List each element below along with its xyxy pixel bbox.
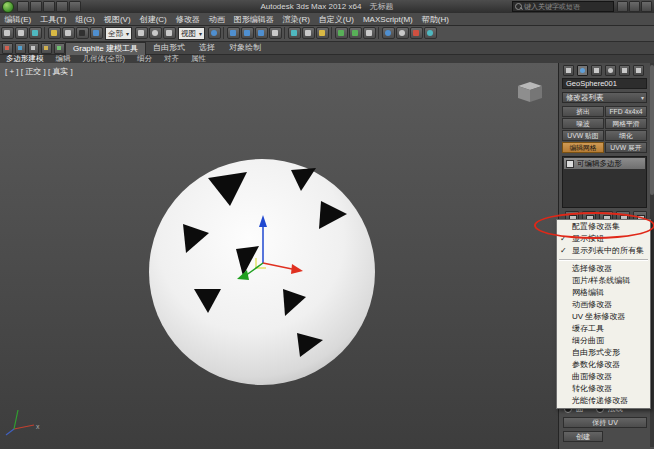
modbtn-edit-mesh[interactable]: 编辑网格 xyxy=(562,142,604,153)
reference-coordinate-dropdown[interactable]: 视图 ▾ xyxy=(178,27,205,40)
rectangular-selection-region-icon[interactable] xyxy=(76,27,89,39)
search-icon xyxy=(515,3,522,10)
modifier-list-dropdown[interactable]: 修改器列表 ▾ xyxy=(562,92,647,103)
menu-modifiers[interactable]: 修改器 xyxy=(171,14,204,25)
stack-item-editable-poly[interactable]: 可编辑多边形 xyxy=(564,158,645,169)
selection-filter-dropdown[interactable]: 全部 ▾ xyxy=(105,27,132,40)
percent-snap-icon[interactable] xyxy=(255,27,268,39)
select-and-rotate-icon[interactable] xyxy=(149,27,162,39)
save-file-icon[interactable] xyxy=(43,1,55,12)
menu-item-subdivision-surfaces[interactable]: 细分曲面 xyxy=(557,335,650,347)
render-production-icon[interactable] xyxy=(424,27,437,39)
tab-hierarchy-icon[interactable] xyxy=(591,65,602,76)
menu-create[interactable]: 创建(C) xyxy=(135,14,171,25)
tab-display-icon[interactable] xyxy=(619,65,630,76)
undo-icon[interactable] xyxy=(56,1,68,12)
edge-mode-icon[interactable] xyxy=(15,43,26,54)
menu-item-surface-modifiers[interactable]: 曲面修改器 xyxy=(557,371,650,383)
align-icon[interactable] xyxy=(302,27,315,39)
menu-item-uv-coordinate-modifiers[interactable]: UV 坐标修改器 xyxy=(557,311,650,323)
vertex-mode-icon[interactable] xyxy=(2,43,13,54)
panel-scrollbar-thumb[interactable] xyxy=(650,65,654,195)
curve-editor-icon[interactable] xyxy=(349,27,362,39)
unlink-selection-icon[interactable] xyxy=(15,27,28,39)
app-logo-icon[interactable] xyxy=(2,1,14,13)
modbtn-noise[interactable]: 噪波 xyxy=(562,118,604,129)
modbtn-meshsmooth[interactable]: 网格平滑 xyxy=(605,118,647,129)
tab-selection[interactable]: 选择 xyxy=(192,42,222,54)
schematic-view-icon[interactable] xyxy=(363,27,376,39)
angle-snap-icon[interactable] xyxy=(241,27,254,39)
tab-object-paint[interactable]: 对象绘制 xyxy=(222,42,268,54)
menu-item-mesh-editing[interactable]: 网格编辑 xyxy=(557,287,650,299)
menu-views[interactable]: 视图(V) xyxy=(99,14,135,25)
spinner-snap-icon[interactable] xyxy=(269,27,282,39)
polygon-mode-icon[interactable] xyxy=(41,43,52,54)
tab-modify-icon[interactable] xyxy=(577,65,588,76)
snap-toggle-icon[interactable] xyxy=(227,27,240,39)
geosphere-object[interactable] xyxy=(149,159,375,385)
menu-customize[interactable]: 自定义(U) xyxy=(314,14,358,25)
menu-group[interactable]: 组(G) xyxy=(71,14,100,25)
select-by-name-icon[interactable] xyxy=(62,27,75,39)
tab-freeform[interactable]: 自由形式 xyxy=(146,42,192,54)
menu-item-patch-spline-editing[interactable]: 面片/样条线编辑 xyxy=(557,275,650,287)
modbtn-extrude[interactable]: 挤出 xyxy=(562,106,604,117)
create-button[interactable]: 创建 xyxy=(563,431,603,442)
tab-graphite-modeling-tools[interactable]: Graphite 建模工具 xyxy=(65,42,146,55)
viewcube-icon[interactable] xyxy=(518,82,542,102)
select-object-icon[interactable] xyxy=(48,27,61,39)
tab-utilities-icon[interactable] xyxy=(633,65,644,76)
modifier-stack[interactable]: 可编辑多边形 xyxy=(562,156,647,208)
graphite-toggle-icon[interactable] xyxy=(335,27,348,39)
menu-animation[interactable]: 动画 xyxy=(204,14,229,25)
menu-item-radiosity-modifiers[interactable]: 光能传递修改器 xyxy=(557,395,650,407)
new-scene-icon[interactable] xyxy=(17,1,29,12)
select-and-link-icon[interactable] xyxy=(1,27,14,39)
tab-motion-icon[interactable] xyxy=(605,65,616,76)
menu-item-configure-modifier-sets[interactable]: 配置修改器集 xyxy=(557,221,650,233)
modbtn-ffd-4x4x4[interactable]: FFD 4x4x4 xyxy=(605,106,647,117)
menu-item-parametric-modifiers[interactable]: 参数化修改器 xyxy=(557,359,650,371)
use-center-icon[interactable] xyxy=(208,27,221,39)
render-setup-icon[interactable] xyxy=(396,27,409,39)
menu-item-animation-modifiers[interactable]: 动画修改器 xyxy=(557,299,650,311)
key-icon[interactable] xyxy=(617,1,628,12)
border-mode-icon[interactable] xyxy=(28,43,39,54)
help-icon[interactable] xyxy=(641,1,652,12)
menu-bar: 编辑(E) 工具(T) 组(G) 视图(V) 创建(C) 修改器 动画 图形编辑… xyxy=(0,13,654,26)
tab-create-icon[interactable] xyxy=(563,65,574,76)
search-input[interactable]: 键入关键字或短语 xyxy=(512,1,614,12)
object-name-field[interactable]: GeoSphere001 xyxy=(562,78,647,89)
menu-item-selection-modifiers[interactable]: 选择修改器 xyxy=(557,263,650,275)
open-file-icon[interactable] xyxy=(30,1,42,12)
modbtn-unwrap-uvw[interactable]: UVW 展开 xyxy=(605,142,647,153)
menu-maxscript[interactable]: MAXScript(M) xyxy=(358,15,417,24)
rendered-frame-window-icon[interactable] xyxy=(410,27,423,39)
modbtn-uvw-map[interactable]: UVW 贴图 xyxy=(562,130,604,141)
menu-tools[interactable]: 工具(T) xyxy=(36,14,71,25)
menu-rendering[interactable]: 渲染(R) xyxy=(278,14,314,25)
viewport[interactable]: [ + ] [ 正交 ] [ 真实 ] xyxy=(0,63,558,449)
viewport-label[interactable]: [ + ] [ 正交 ] [ 真实 ] xyxy=(5,66,73,77)
redo-icon[interactable] xyxy=(69,1,81,12)
menu-item-free-form-deformers[interactable]: 自由形式变形 xyxy=(557,347,650,359)
window-crossing-icon[interactable] xyxy=(90,27,103,39)
menu-help[interactable]: 帮助(H) xyxy=(417,14,453,25)
layer-manager-icon[interactable] xyxy=(316,27,329,39)
menu-item-show-all-sets-in-list[interactable]: ✓ 显示列表中的所有集 xyxy=(557,245,650,257)
menu-item-conversion-modifiers[interactable]: 转化修改器 xyxy=(557,383,650,395)
bind-to-spacewarp-icon[interactable] xyxy=(29,27,42,39)
select-and-move-icon[interactable] xyxy=(135,27,148,39)
star-icon[interactable] xyxy=(629,1,640,12)
menu-graph-editors[interactable]: 图形编辑器 xyxy=(229,14,278,25)
menu-edit[interactable]: 编辑(E) xyxy=(0,14,36,25)
menu-item-show-buttons[interactable]: ✓ 显示按钮 xyxy=(557,233,650,245)
menu-item-cache-tools[interactable]: 缓存工具 xyxy=(557,323,650,335)
material-editor-icon[interactable] xyxy=(382,27,395,39)
keep-uv-button[interactable]: 保持 UV xyxy=(563,417,647,428)
modbtn-tessellate[interactable]: 细化 xyxy=(605,130,647,141)
select-and-scale-icon[interactable] xyxy=(163,27,176,39)
mirror-icon[interactable] xyxy=(288,27,301,39)
element-mode-icon[interactable] xyxy=(54,43,65,54)
